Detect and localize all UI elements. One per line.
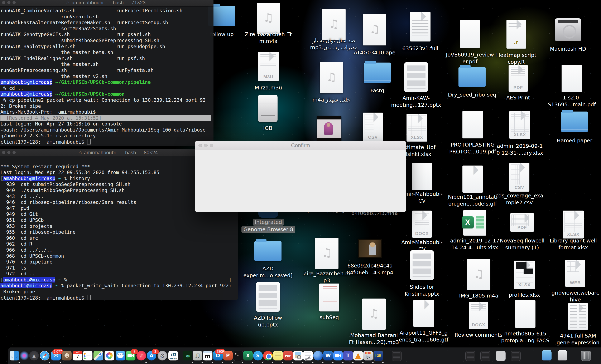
terminal1-title-bar[interactable]: ⌂amirmahboubi — -bash — 71×23 (0, 0, 213, 7)
dock-item-safari[interactable] (40, 351, 50, 360)
desktop-icon-at4g03410-ape[interactable]: ♫AT4G03410.ape (350, 14, 400, 46)
dock-item-terminal[interactable]: >_ (233, 351, 243, 361)
desktop-icon-cds-coverage-exa[interactable]: CSVcds_coverage_example2.csv (494, 163, 544, 192)
dock-item-messages[interactable] (116, 351, 125, 360)
dock-item-photos[interactable] (105, 351, 114, 360)
dock-item-minimized-terminal-window[interactable] (511, 351, 521, 361)
desktop-icon-635623v1-full[interactable]: 635623v1.full (395, 12, 445, 41)
desktop-icon-heatmap-script[interactable]: .rHeatmap scriptcopy.R (491, 20, 541, 48)
dock-item-textedit[interactable] (303, 351, 313, 360)
terminal-line: 971 ls (0, 265, 236, 271)
desktop-icon-macintosh-hd[interactable]: Macintosh HD (543, 18, 593, 41)
desktop-icon-library-quant-well[interactable]: XLSXLibrary quant wellformat.xlsx (548, 211, 598, 239)
dock-item-minimized-terminal-window[interactable] (480, 351, 491, 361)
dock-item-minimized-terminal-window[interactable] (392, 351, 402, 361)
terminal-window-1[interactable]: ⌂amirmahboubi — -bash — 71×23 runGATK_Co… (0, 0, 213, 146)
dock-item-minimized-window[interactable] (496, 351, 506, 361)
dock-item-siri[interactable] (20, 351, 29, 360)
dock-item-finder[interactable] (10, 351, 19, 360)
dock-item-browser-app[interactable] (313, 351, 323, 360)
desktop-icon-zire-bazarcheh-tr[interactable]: ♫Zire_bazarcheh_Trm.m4a (243, 3, 293, 34)
desktop-icon-novaseq-flowcell[interactable]: PDFNovaSeq flowcellsummary (1) (497, 213, 547, 232)
dock-item-pdf-expert[interactable]: PDF (283, 351, 293, 360)
dock-item-mail[interactable]: ✉2 077 (51, 351, 61, 360)
desktop-icon-68e092dc494c4a[interactable]: 68e092dc494c4a84f06eb...43.mp4 (345, 239, 395, 258)
dock-item-microsoft-powerpoint[interactable]: P (223, 351, 233, 360)
dock-item-music-notation-app[interactable]: ♬ (193, 351, 202, 360)
desktop-icon-nmeth0805-615[interactable]: nmeth0805-615protopla...ng-FACS (500, 300, 550, 328)
desktop-icon-profiles-xlsx[interactable]: XLSXprofiles.xlsx (499, 261, 550, 289)
dock-item-microsoft-word[interactable]: W (323, 351, 333, 360)
dock-item-microsoft-teams[interactable]: T (343, 351, 353, 360)
desktop-icon-hamed-paper[interactable]: Hamed paper (550, 112, 600, 132)
dock-item-m-app[interactable]: m (203, 351, 212, 360)
terminal-line: sortMeRnaV2Stats.sh (0, 26, 211, 32)
desktop-icon-4941-full-sam[interactable]: 4941.full SAMgene expression (553, 303, 601, 330)
dock-item-microsoft-excel[interactable]: X (243, 351, 253, 360)
desktop-icon-aes-print[interactable]: PDFAES Print (493, 65, 543, 92)
desktop-icon-jove60919-review[interactable]: JoVE60919_reviewer.pdf (445, 20, 495, 48)
dock-item-folder-stack[interactable] (542, 351, 551, 360)
folder-icon (459, 67, 486, 87)
dock-item-igv[interactable]: igv (363, 351, 373, 360)
desktop-icon-admin-2019-12-17[interactable]: Xadmin_2019-12-1714-24-4...ults.xlsx (450, 210, 500, 236)
terminal-line: 968 cd UPSCb-common (0, 253, 236, 259)
dock-item-reminders[interactable] (83, 351, 92, 360)
desktop-icon-subseq[interactable]: subSeq (304, 284, 354, 311)
desktop-icon-amir-mahboubi-[interactable]: DOCXAmir-Mahboubi-CV (397, 211, 447, 238)
desktop-icon-azd[interactable]: AZDexperim...o-saved] (243, 241, 293, 261)
confirm-dialog-title-bar[interactable]: Confirm (195, 141, 406, 150)
dock-item-calendar[interactable]: 7 (73, 351, 82, 360)
desktop-icon-protoplasting[interactable]: PROTOPLASTINGPROTOC...019.pdf (448, 111, 498, 138)
desktop-icon-img-1805-m4a[interactable]: ♫IMG_1805.m4a (454, 259, 504, 290)
dock-item-microsoft-outlook[interactable]: O2806 (213, 351, 223, 360)
desktop-icon-niben101-annotati[interactable]: Niben101_annotation.gene...odels.gff (448, 165, 498, 193)
desktop-icon-1-s2-0-[interactable]: 1-s2.0-S13695...main.pdf (547, 65, 597, 92)
dock-item-preview[interactable] (293, 351, 303, 360)
dock-item-system-preferences[interactable]: ⚙ (158, 351, 167, 360)
terminal1-content[interactable]: runGATK_CombineVariants.sh runProjectPer… (0, 7, 213, 145)
desktop-icon-azd-follow[interactable]: AZD followup.pptx (243, 282, 293, 312)
desktop-icon-admin-2019-09-1[interactable]: XLSXadmin_2019-09-10 12-31-...ary.xlsx (495, 111, 545, 139)
dock-item-contacts[interactable]: ☻ (62, 351, 71, 360)
desktop-icon-review-comments[interactable]: DOCXReview comments (453, 302, 503, 329)
dock-item-google-chrome[interactable] (263, 351, 273, 360)
dock-item-documents-stack[interactable] (558, 351, 567, 360)
dock-item-minimized-terminal-window[interactable] (465, 351, 475, 361)
desktop-icon-araport11-gff3-g[interactable]: Araport11_GFF3_genes_tra...1606.gtf (399, 300, 449, 327)
music-icon: ♫ (363, 14, 386, 46)
desktop-icon-csv[interactable]: CSV (348, 113, 398, 141)
running-indicator (352, 362, 353, 363)
music-icon: ♫ (322, 9, 346, 40)
dock-item-app-store[interactable]: A3 (147, 351, 156, 360)
terminal-line: runGATK_HaplotypeCaller.sh run_pseudopip… (0, 44, 211, 50)
terminal-line: 953 cd projects (0, 223, 236, 229)
desktop-icon-dry-seed-ribo-seq[interactable]: Dry_seed_ribo-seq (447, 67, 497, 87)
dock-item-music[interactable]: ♪ (137, 351, 146, 360)
desktop-icon-vthumb1[interactable] (304, 116, 354, 142)
skype-icon: S (253, 351, 263, 360)
desktop-icon-mohamad-bahrani[interactable]: ♫Mohamad BahraniFt Hasan...20).mp3 (349, 298, 399, 330)
desktop-icon--estimate-uof[interactable]: XLSX_estimate_Uofelsinki.xlsx (392, 114, 442, 142)
dock-item-vlc[interactable] (353, 351, 363, 360)
desktop-icon-igb[interactable]: IGB (243, 95, 293, 122)
desktop-icon-amir-kaw-[interactable]: Amir-KAW-meeting...127.pptx (391, 62, 441, 92)
desktop-icon-gridviewer-webarc[interactable]: WEBgridviewer.webarchive (550, 260, 600, 287)
terminal-line: 972 cd .. (0, 271, 236, 277)
gffdoc-icon (413, 300, 434, 327)
dock-item-zoom[interactable] (333, 351, 343, 360)
desktop-icon-slides-for[interactable]: Slides forKristiina.pptx (397, 250, 447, 280)
dock-item-skype[interactable]: S (253, 351, 263, 360)
desktop-icon-mirza-m3u[interactable]: M3UMirza.m3u (243, 52, 293, 81)
confirm-dialog[interactable]: Confirm (195, 141, 406, 212)
dock-item-dna-analysis-app[interactable]: ∞ (183, 351, 192, 360)
microsoft-excel-icon: X (243, 351, 253, 360)
microsoft-powerpoint-icon: P (223, 351, 233, 360)
dock-item-launchpad[interactable]: ▲ (29, 351, 39, 360)
dock-item-facetime[interactable]: 8 (126, 351, 135, 360)
dock-item-trash[interactable] (581, 351, 591, 361)
running-indicator (145, 362, 147, 363)
dock-item-stickies[interactable] (273, 351, 283, 360)
dock-item-bankid[interactable]: iD (168, 351, 178, 360)
dock-item-maps[interactable] (93, 351, 103, 360)
